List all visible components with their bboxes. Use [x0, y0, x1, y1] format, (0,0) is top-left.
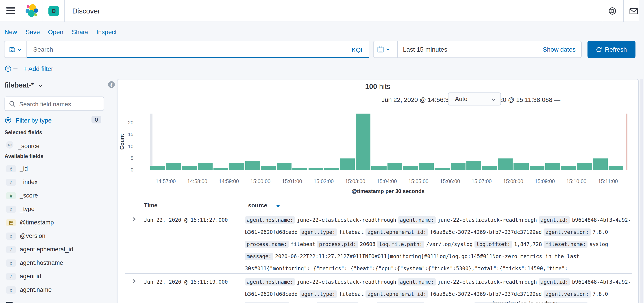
field-item-agent.ephemeral_id[interactable]: tagent.ephemeral_id	[0, 244, 114, 255]
source-field-name-badge: agent.type:	[299, 290, 337, 297]
date-field-icon	[6, 219, 16, 226]
field-item-agent.hostname[interactable]: tagent.hostname	[0, 258, 114, 268]
source-field-value: b361-9620fd68cedd	[245, 291, 298, 297]
toolbar-link-open[interactable]: Open	[48, 28, 64, 36]
space-avatar[interactable]: D	[48, 6, 59, 16]
toolbar-link-inspect[interactable]: Inspect	[96, 28, 116, 36]
toolbar-link-save[interactable]: Save	[26, 28, 40, 36]
field-item-_id[interactable]: t_id	[0, 163, 114, 174]
time-range-value[interactable]: Last 15 minutes	[403, 41, 447, 58]
source-field-value: 20608	[360, 241, 375, 247]
field-search-input[interactable]	[18, 97, 103, 111]
query-language-button[interactable]: KQL	[352, 41, 364, 58]
source-field-value: f6aa8a5c-3072-4269-bfb7-237dc37199ed	[430, 291, 542, 297]
field-name: agent.ephemeral_id	[20, 246, 73, 253]
source-field-name-badge: agent.id:	[538, 216, 570, 223]
search-input[interactable]	[27, 41, 369, 58]
source-field-name-badge: agent.id:	[538, 278, 570, 285]
x-tick-15:05:00: 15:05:00	[403, 179, 434, 184]
doc-timestamp: Jun 22, 2020 @ 15:11:19.000	[144, 278, 228, 285]
current-time-marker	[626, 114, 628, 170]
collapse-sidebar-button[interactable]: ❮	[108, 81, 115, 88]
histogram-bar	[308, 168, 323, 170]
source-field-name-badge: log.file.path:	[377, 240, 424, 247]
doc-source-line: 30s#011{"monitoring": {"metrics": {"beat…	[245, 264, 633, 272]
date-quick-select-button[interactable]	[377, 41, 390, 58]
field-item-agent.id[interactable]: tagent.id	[0, 271, 114, 282]
source-field-name-badge: agent.version:	[544, 290, 591, 297]
calendar-icon	[377, 46, 384, 53]
histogram-bar	[608, 165, 623, 170]
source-field-name-badge: process.name:	[245, 240, 289, 247]
histogram-bar	[514, 163, 528, 170]
column-header-time[interactable]: Time	[144, 202, 158, 209]
saved-query-button[interactable]	[4, 41, 27, 58]
histogram-bar	[261, 165, 276, 170]
field-name: agent.name	[20, 286, 52, 293]
doc-source-line: b361-9620fd68ceddagent.type:filebeatagen…	[245, 228, 633, 236]
string-field-icon: t	[6, 286, 16, 293]
interval-select[interactable]: Auto	[448, 93, 501, 106]
x-tick-15:01:00: 15:01:00	[276, 179, 308, 184]
field-item-_score[interactable]: #_score	[0, 190, 114, 201]
source-field-value: june-22-elasticstack-readthrough	[297, 217, 396, 223]
add-filter-link[interactable]: + Add filter	[23, 65, 53, 72]
discover-results-panel: 100 hits Jun 22, 2020 @ 14:56:38.068 - J…	[117, 79, 638, 303]
source-field-name-badge: log.file.path:	[377, 301, 424, 303]
toolbar-link-new[interactable]: New	[4, 28, 17, 36]
show-dates-link[interactable]: Show dates	[543, 41, 576, 58]
field-item-_type[interactable]: t_type	[0, 204, 114, 215]
string-field-icon: t	[6, 165, 16, 172]
histogram-bar	[324, 168, 339, 170]
refresh-label: Refresh	[605, 46, 627, 53]
histogram-bar	[230, 163, 244, 170]
elastic-logo[interactable]	[25, 4, 39, 18]
field-name: @version	[20, 232, 45, 239]
field-name: _source	[18, 143, 40, 149]
histogram-bar	[482, 165, 497, 170]
toolbar-link-share[interactable]: Share	[72, 28, 88, 36]
expand-row-icon[interactable]	[131, 217, 136, 222]
source-field-value: june-22-elasticstack-readthrough	[438, 278, 537, 285]
menu-icon[interactable]	[6, 6, 16, 16]
source-field-name-badge: process.pid:	[317, 301, 358, 303]
y-tick-20: 20	[117, 120, 134, 125]
histogram-bar	[545, 163, 560, 170]
field-item-@version[interactable]: t@version	[0, 231, 114, 241]
scrollbar-track[interactable]	[640, 79, 642, 303]
source-field-value: filebeat	[339, 291, 364, 297]
source-field-value: b9614848-4bf3-4a92-	[572, 217, 631, 223]
help-icon[interactable]	[608, 7, 617, 16]
focus-underline	[27, 57, 369, 58]
filter-options-icon[interactable]	[5, 65, 11, 72]
chevron-down-icon	[386, 47, 390, 52]
y-tick-0: 0	[117, 167, 134, 172]
hits-label: hits	[379, 83, 390, 90]
histogram-bar	[387, 163, 402, 170]
x-tick-15:11:00: 15:11:00	[592, 179, 624, 184]
header-divider	[42, 0, 43, 22]
filter-count-badge: 0	[92, 116, 101, 123]
y-tick-10: 10	[117, 143, 134, 149]
newsfeed-mail-icon[interactable]	[629, 7, 638, 16]
query-bar: KQL	[27, 41, 369, 58]
field-name: _type	[20, 206, 34, 212]
index-pattern-selector[interactable]: filebeat-*	[4, 81, 44, 89]
source-field-value: 2020-06-22T22:11:27.212Z#011INFO#011[mon…	[275, 253, 580, 259]
field-item-_source[interactable]: </>_source	[0, 141, 114, 152]
field-item-_index[interactable]: t_index	[0, 177, 114, 188]
expand-row-icon[interactable]	[131, 279, 136, 284]
histogram-bar	[293, 168, 308, 170]
source-field-value: 1,847,728	[514, 241, 542, 247]
clipped-bottom-text: investigation in ready-to-	[492, 300, 636, 303]
chevron-down-icon	[38, 82, 44, 88]
refresh-button[interactable]: Refresh	[588, 41, 635, 58]
histogram-bar	[245, 161, 260, 170]
field-item-@timestamp[interactable]: @timestamp	[0, 217, 114, 228]
x-tick-15:09:00: 15:09:00	[529, 179, 560, 184]
datepicker-divider	[397, 41, 398, 58]
source-field-name-badge: agent.name:	[398, 216, 436, 223]
column-header-source: _source	[245, 202, 267, 209]
filter-by-type-button[interactable]: Filter by type	[5, 117, 52, 124]
field-item-agent.name[interactable]: tagent.name	[0, 284, 114, 295]
